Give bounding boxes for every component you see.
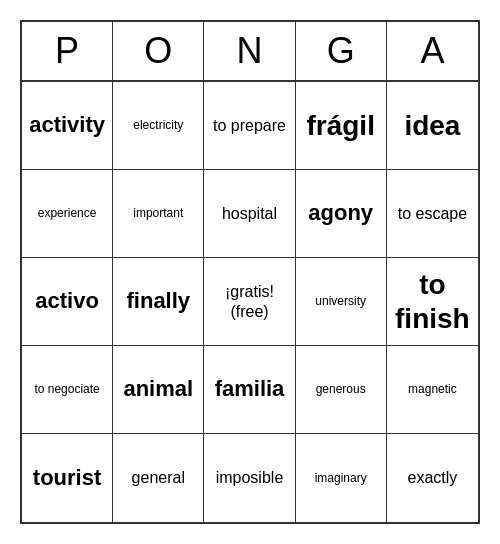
bingo-cell-4: idea: [387, 82, 478, 170]
bingo-cell-20: tourist: [22, 434, 113, 522]
bingo-cell-5: experience: [22, 170, 113, 258]
bingo-cell-19: magnetic: [387, 346, 478, 434]
bingo-cell-1: electricity: [113, 82, 204, 170]
bingo-cell-15: to negociate: [22, 346, 113, 434]
bingo-cell-text-20: tourist: [33, 465, 101, 491]
header-letter-a: A: [387, 22, 478, 80]
header-letter-o: O: [113, 22, 204, 80]
bingo-cell-11: finally: [113, 258, 204, 346]
bingo-cell-7: hospital: [204, 170, 295, 258]
bingo-cell-13: university: [296, 258, 387, 346]
bingo-cell-10: activo: [22, 258, 113, 346]
bingo-cell-12: ¡gratis! (free): [204, 258, 295, 346]
bingo-cell-text-5: experience: [38, 206, 97, 220]
bingo-cell-23: imaginary: [296, 434, 387, 522]
bingo-cell-text-21: general: [132, 468, 185, 487]
bingo-cell-9: to escape: [387, 170, 478, 258]
bingo-cell-21: general: [113, 434, 204, 522]
bingo-cell-8: agony: [296, 170, 387, 258]
bingo-cell-text-24: exactly: [407, 468, 457, 487]
bingo-header: PONGA: [22, 22, 478, 82]
bingo-cell-text-13: university: [315, 294, 366, 308]
bingo-cell-text-19: magnetic: [408, 382, 457, 396]
bingo-cell-text-17: familia: [215, 376, 285, 402]
bingo-cell-text-7: hospital: [222, 204, 277, 223]
bingo-cell-text-0: activity: [29, 112, 105, 138]
bingo-cell-text-15: to negociate: [34, 382, 99, 396]
bingo-card: PONGA activityelectricityto preparefrági…: [20, 20, 480, 524]
bingo-cell-text-16: animal: [123, 376, 193, 402]
header-letter-p: P: [22, 22, 113, 80]
bingo-cell-text-1: electricity: [133, 118, 183, 132]
bingo-cell-text-22: imposible: [216, 468, 284, 487]
bingo-cell-text-10: activo: [35, 288, 99, 314]
bingo-cell-14: to finish: [387, 258, 478, 346]
bingo-cell-16: animal: [113, 346, 204, 434]
bingo-cell-text-8: agony: [308, 200, 373, 226]
bingo-cell-text-3: frágil: [306, 109, 374, 143]
bingo-cell-6: important: [113, 170, 204, 258]
bingo-cell-text-14: to finish: [391, 268, 474, 335]
bingo-cell-text-6: important: [133, 206, 183, 220]
header-letter-g: G: [296, 22, 387, 80]
bingo-grid: activityelectricityto preparefrágilideae…: [22, 82, 478, 522]
bingo-cell-24: exactly: [387, 434, 478, 522]
bingo-cell-text-23: imaginary: [315, 471, 367, 485]
bingo-cell-text-11: finally: [127, 288, 191, 314]
bingo-cell-0: activity: [22, 82, 113, 170]
bingo-cell-text-12: ¡gratis! (free): [208, 282, 290, 320]
bingo-cell-text-9: to escape: [398, 204, 467, 223]
bingo-cell-text-4: idea: [404, 109, 460, 143]
bingo-cell-text-18: generous: [316, 382, 366, 396]
bingo-cell-text-2: to prepare: [213, 116, 286, 135]
bingo-cell-22: imposible: [204, 434, 295, 522]
bingo-cell-3: frágil: [296, 82, 387, 170]
header-letter-n: N: [204, 22, 295, 80]
bingo-cell-2: to prepare: [204, 82, 295, 170]
bingo-cell-17: familia: [204, 346, 295, 434]
bingo-cell-18: generous: [296, 346, 387, 434]
